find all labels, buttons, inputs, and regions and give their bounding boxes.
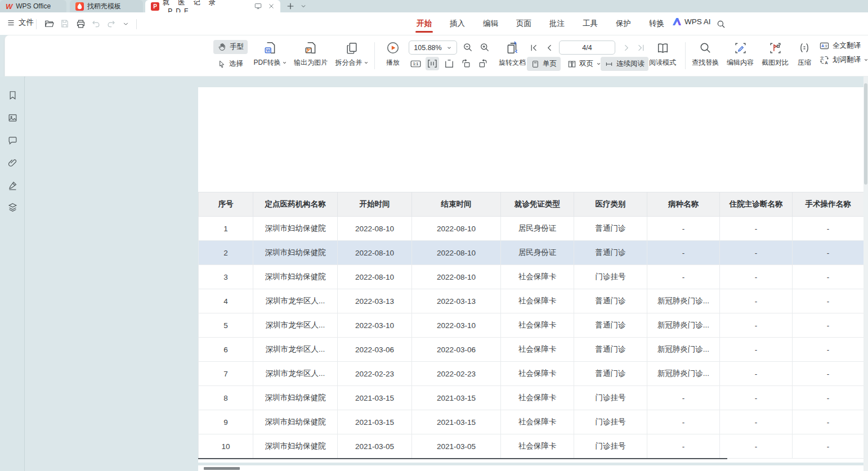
word-translate-button[interactable]: 文A 划词翻译 [819, 55, 868, 65]
tab-list-button[interactable] [300, 0, 307, 12]
menu-item-4[interactable]: 页面 [515, 14, 533, 34]
table-cell: 7 [199, 362, 253, 386]
new-tab-button[interactable] [286, 0, 295, 12]
menu-item-3[interactable]: 编辑 [482, 14, 499, 34]
find-replace-icon [699, 41, 712, 55]
table-cell: - [720, 434, 793, 459]
read-mode-button[interactable]: 阅读模式 [645, 40, 681, 68]
ribbon-menus: 开始插入编辑页面批注工具保护转换 [415, 12, 665, 35]
scrollbar-thumb[interactable] [864, 83, 867, 185]
table-cell: - [720, 386, 793, 410]
comment-icon [7, 135, 18, 146]
paperclip-icon [7, 158, 18, 168]
select-tool-button[interactable]: 选择 [213, 57, 247, 71]
table-cell: 居民身份证 [501, 241, 574, 265]
tab-wps-office[interactable]: W WPS Office [0, 0, 66, 12]
menu-item-8[interactable]: 转换 [648, 14, 665, 34]
play-icon [386, 41, 400, 55]
play-button[interactable]: 播放 [379, 40, 407, 68]
full-translate-button[interactable]: A文 全文翻译 [819, 41, 868, 51]
wps-ai-button[interactable]: WPS AI [673, 17, 711, 26]
hand-tool-button[interactable]: 手型 [213, 40, 248, 54]
table-cell: 社会保障卡 [501, 434, 574, 459]
menu-item-5[interactable]: 批注 [548, 14, 566, 34]
edit-content-label: 编辑内容 [727, 58, 754, 68]
layers-panel-button[interactable] [6, 201, 19, 213]
compress-button[interactable]: 压缩 [792, 40, 817, 68]
table-cell: 2021-03-15 [338, 386, 412, 410]
fit-page-button[interactable] [442, 57, 456, 70]
present-monitor-icon[interactable] [254, 2, 262, 10]
close-tab-icon[interactable] [268, 3, 275, 10]
rotate-right-button[interactable] [476, 57, 490, 70]
table-cell: 2021-03-05 [338, 434, 412, 459]
table-cell: - [793, 410, 864, 434]
next-page-button[interactable] [620, 41, 633, 55]
table-cell: 2022-03-13 [412, 289, 501, 313]
find-replace-button[interactable]: 查找替换 [688, 40, 722, 68]
table-cell: - [720, 410, 793, 434]
table-header-cell: 序号 [199, 192, 253, 217]
screenshot-compare-button[interactable]: 截图对比 [758, 40, 792, 68]
redo-button[interactable] [105, 17, 117, 30]
ribbon-search-button[interactable] [715, 18, 727, 30]
export-image-button[interactable]: 输出为图片 [290, 40, 332, 68]
table-cell: 2022-08-10 [338, 217, 412, 241]
menu-item-1[interactable]: 开始 [415, 14, 433, 34]
zoom-out-button[interactable] [461, 41, 475, 54]
table-cell: 2021-03-15 [412, 410, 501, 434]
pdf-convert-button[interactable]: W PDF转换 [250, 40, 290, 68]
tab-label: WPS Office [16, 2, 51, 10]
comments-panel-button[interactable] [6, 134, 19, 146]
fit-width-button[interactable] [426, 57, 439, 70]
svg-text:文: 文 [820, 56, 825, 61]
zoom-in-icon [479, 42, 490, 53]
bookmarks-panel-button[interactable] [6, 89, 19, 101]
vertical-scrollbar[interactable] [863, 77, 868, 471]
pdf-page: 序号定点医药机构名称开始时间结束时间就诊凭证类型医疗类别病种名称住院主诊断名称手… [198, 87, 863, 463]
table-cell: 普通门诊 [574, 313, 647, 338]
attachments-panel-button[interactable] [6, 156, 19, 169]
rotate-left-button[interactable] [459, 57, 473, 70]
save-button[interactable] [59, 17, 71, 30]
table-row: 1深圳市妇幼保健院2022-08-102022-08-10居民身份证普通门诊--… [199, 217, 864, 241]
wps-logo-icon: W [6, 2, 12, 11]
thumbnails-panel-button[interactable] [6, 111, 19, 124]
undo-button[interactable] [90, 17, 102, 30]
actual-size-button[interactable]: 1:1 [409, 57, 422, 70]
split-merge-button[interactable]: 拆分合并 [332, 40, 372, 68]
table-cell: - [720, 313, 793, 338]
tab-document-pdf[interactable]: P 就 医 记 录 .PDF [145, 0, 280, 12]
table-cell: - [793, 362, 864, 386]
fit-width-icon [427, 58, 438, 69]
menu-item-7[interactable]: 保护 [615, 14, 632, 34]
first-page-button[interactable] [527, 41, 540, 55]
hamburger-icon [7, 19, 15, 27]
double-page-view-button[interactable]: 双页 [563, 57, 605, 71]
fit-page-icon [444, 58, 455, 69]
page-number-input[interactable] [559, 41, 615, 55]
table-cell: 深圳市龙华区人... [253, 313, 338, 338]
wps-ai-icon [673, 18, 681, 25]
zoom-in-button[interactable] [478, 41, 491, 54]
more-quick-actions-button[interactable] [119, 17, 132, 30]
table-cell: - [720, 338, 793, 362]
table-cell: - [647, 410, 720, 434]
continuous-read-button[interactable]: 连续阅读 [601, 57, 648, 71]
tab-docer-templates[interactable]: 找稻壳模板 [70, 0, 143, 12]
edit-content-button[interactable]: 编辑内容 [723, 40, 757, 68]
svg-text:A: A [825, 60, 828, 65]
menu-item-6[interactable]: 工具 [581, 14, 599, 34]
menu-item-2[interactable]: 插入 [449, 14, 466, 34]
document-area: 序号定点医药机构名称开始时间结束时间就诊凭证类型医疗类别病种名称住院主诊断名称手… [25, 77, 868, 471]
chevron-down-icon [282, 60, 287, 65]
table-row: 7深圳市龙华区人...2022-02-232022-02-23社会保障卡普通门诊… [199, 362, 864, 386]
previous-page-button[interactable] [543, 41, 556, 55]
signature-panel-button[interactable] [6, 179, 19, 191]
print-button[interactable] [74, 17, 87, 30]
table-cell: - [793, 338, 864, 362]
open-file-button[interactable] [43, 17, 55, 30]
zoom-level-combo[interactable]: 105.88% [409, 41, 457, 55]
file-menu-button[interactable]: 文件 [7, 17, 34, 28]
single-page-view-button[interactable]: 单页 [527, 57, 561, 71]
